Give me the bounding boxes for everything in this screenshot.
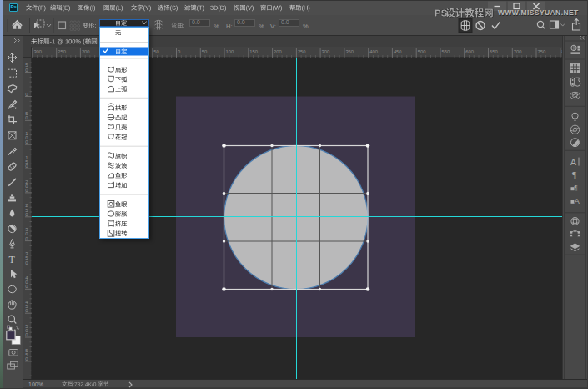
svg-text:0: 0 <box>25 188 28 193</box>
svg-text:¶: ¶ <box>572 169 576 179</box>
svg-text:A: A <box>570 157 576 167</box>
svg-text:500: 500 <box>418 49 426 54</box>
svg-text:0: 0 <box>25 356 28 361</box>
svg-text:A: A <box>575 196 580 205</box>
svg-text:0: 0 <box>25 332 28 337</box>
svg-text:250: 250 <box>58 49 66 54</box>
svg-text:0: 0 <box>25 236 28 241</box>
svg-text:0: 0 <box>178 49 180 54</box>
svg-text:400: 400 <box>369 49 378 54</box>
svg-text:0: 0 <box>25 139 28 144</box>
svg-text:550: 550 <box>442 49 450 54</box>
svg-text:450: 450 <box>394 49 402 54</box>
svg-text:T: T <box>9 254 16 265</box>
svg-text:0: 0 <box>25 164 28 169</box>
svg-text:0: 0 <box>25 115 28 120</box>
svg-text:0: 0 <box>25 92 28 97</box>
svg-text:0: 0 <box>25 284 28 289</box>
svg-text:600: 600 <box>465 49 474 54</box>
svg-text:0: 0 <box>25 260 28 265</box>
svg-text:100: 100 <box>226 49 234 54</box>
svg-text:300: 300 <box>322 49 330 54</box>
svg-text:200: 200 <box>274 49 282 54</box>
svg-text:350: 350 <box>345 49 354 54</box>
svg-text:150: 150 <box>249 49 258 54</box>
svg-text:50: 50 <box>153 49 158 54</box>
svg-text:¶: ¶ <box>575 184 578 192</box>
svg-text:700: 700 <box>514 49 522 54</box>
svg-text:300: 300 <box>33 49 42 54</box>
svg-text:50: 50 <box>202 49 207 54</box>
svg-text:0: 0 <box>25 68 28 73</box>
svg-text:250: 250 <box>298 49 306 54</box>
svg-text:200: 200 <box>82 49 90 54</box>
svg-text:650: 650 <box>490 49 498 54</box>
svg-text:0: 0 <box>25 308 28 313</box>
svg-text:0: 0 <box>25 212 28 217</box>
svg-text:750: 750 <box>538 49 546 54</box>
